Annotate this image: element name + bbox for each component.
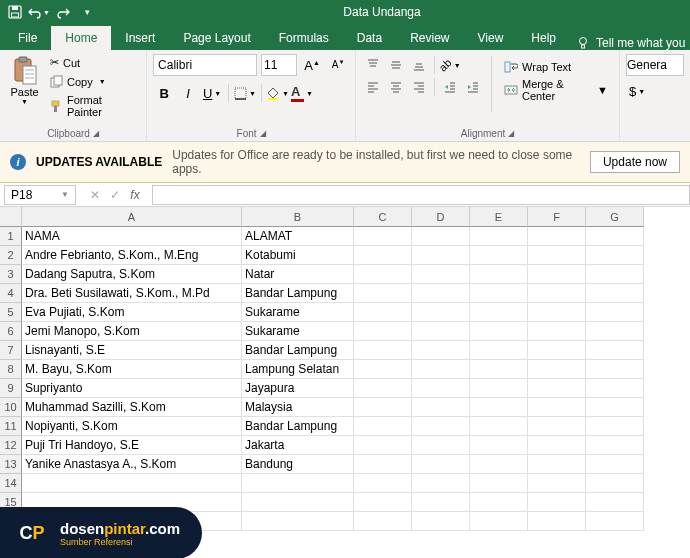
cell[interactable]: [412, 493, 470, 512]
cell[interactable]: Puji Tri Handoyo, S.E: [22, 436, 242, 455]
tab-page-layout[interactable]: Page Layout: [169, 26, 264, 50]
cell[interactable]: [412, 512, 470, 531]
cell[interactable]: [242, 512, 354, 531]
italic-button[interactable]: I: [177, 82, 199, 104]
orientation-button[interactable]: ab▼: [439, 54, 461, 76]
cancel-formula-button[interactable]: ✕: [86, 188, 104, 202]
cell[interactable]: [586, 512, 644, 531]
row-header[interactable]: 8: [0, 360, 22, 379]
cell[interactable]: Eva Pujiati, S.Kom: [22, 303, 242, 322]
cell[interactable]: Andre Febrianto, S.Kom., M.Eng: [22, 246, 242, 265]
cell[interactable]: [470, 284, 528, 303]
align-left-button[interactable]: [362, 76, 384, 98]
decrease-indent-button[interactable]: [439, 76, 461, 98]
update-now-button[interactable]: Update now: [590, 151, 680, 173]
cell[interactable]: [412, 360, 470, 379]
cell[interactable]: Bandung: [242, 455, 354, 474]
insert-function-button[interactable]: fx: [126, 188, 144, 202]
fill-color-button[interactable]: ▼: [267, 82, 289, 104]
cell[interactable]: [412, 455, 470, 474]
cell[interactable]: [586, 227, 644, 246]
cell[interactable]: Bandar Lampung: [242, 284, 354, 303]
cell[interactable]: [586, 303, 644, 322]
row-header[interactable]: 10: [0, 398, 22, 417]
increase-indent-button[interactable]: [462, 76, 484, 98]
tell-me[interactable]: Tell me what you: [576, 36, 685, 50]
cell[interactable]: [586, 474, 644, 493]
tab-file[interactable]: File: [4, 26, 51, 50]
cell[interactable]: [354, 493, 412, 512]
cell[interactable]: Supriyanto: [22, 379, 242, 398]
cell[interactable]: ALAMAT: [242, 227, 354, 246]
tab-review[interactable]: Review: [396, 26, 463, 50]
tab-home[interactable]: Home: [51, 26, 111, 50]
row-header[interactable]: 9: [0, 379, 22, 398]
cell[interactable]: [470, 455, 528, 474]
cell[interactable]: [470, 398, 528, 417]
cell[interactable]: [470, 303, 528, 322]
bold-button[interactable]: B: [153, 82, 175, 104]
row-header[interactable]: 6: [0, 322, 22, 341]
cell[interactable]: [412, 436, 470, 455]
cell[interactable]: [586, 341, 644, 360]
cell[interactable]: [354, 246, 412, 265]
cell[interactable]: [354, 360, 412, 379]
cell[interactable]: [354, 417, 412, 436]
cell[interactable]: [586, 455, 644, 474]
cell[interactable]: Bandar Lampung: [242, 341, 354, 360]
cell[interactable]: [412, 303, 470, 322]
column-header[interactable]: E: [470, 207, 528, 227]
cell[interactable]: [354, 265, 412, 284]
align-right-button[interactable]: [408, 76, 430, 98]
font-color-button[interactable]: A▼: [291, 82, 313, 104]
cell[interactable]: [470, 512, 528, 531]
row-header[interactable]: 4: [0, 284, 22, 303]
cell[interactable]: [528, 455, 586, 474]
cell[interactable]: [412, 227, 470, 246]
undo-button[interactable]: ▼: [28, 2, 50, 22]
cell[interactable]: [354, 322, 412, 341]
paste-button[interactable]: Paste ▼: [6, 54, 43, 107]
cell[interactable]: [528, 284, 586, 303]
row-header[interactable]: 5: [0, 303, 22, 322]
cell[interactable]: [470, 265, 528, 284]
cell[interactable]: [412, 417, 470, 436]
cell[interactable]: [470, 341, 528, 360]
cell[interactable]: Sukarame: [242, 303, 354, 322]
cell[interactable]: [528, 360, 586, 379]
decrease-font-button[interactable]: A▼: [327, 54, 349, 76]
tab-help[interactable]: Help: [517, 26, 570, 50]
cell[interactable]: [354, 341, 412, 360]
row-header[interactable]: 1: [0, 227, 22, 246]
cell[interactable]: [528, 341, 586, 360]
cell[interactable]: Natar: [242, 265, 354, 284]
cell[interactable]: Jemi Manopo, S.Kom: [22, 322, 242, 341]
cell[interactable]: [528, 303, 586, 322]
cell[interactable]: [470, 360, 528, 379]
borders-button[interactable]: ▼: [234, 82, 256, 104]
cell[interactable]: [470, 493, 528, 512]
cell[interactable]: [586, 417, 644, 436]
align-bottom-button[interactable]: [408, 54, 430, 76]
row-header[interactable]: 13: [0, 455, 22, 474]
cell[interactable]: Jakarta: [242, 436, 354, 455]
cell[interactable]: [528, 436, 586, 455]
column-header[interactable]: B: [242, 207, 354, 227]
customize-qat-button[interactable]: ▾: [76, 2, 98, 22]
tab-data[interactable]: Data: [343, 26, 396, 50]
cell[interactable]: [22, 474, 242, 493]
cell[interactable]: [412, 341, 470, 360]
align-top-button[interactable]: [362, 54, 384, 76]
cell[interactable]: Lampung Selatan: [242, 360, 354, 379]
cell[interactable]: [528, 493, 586, 512]
cell[interactable]: [528, 512, 586, 531]
cell[interactable]: [354, 303, 412, 322]
cell[interactable]: [586, 493, 644, 512]
row-header[interactable]: 2: [0, 246, 22, 265]
cell[interactable]: [354, 379, 412, 398]
cell[interactable]: [470, 379, 528, 398]
cell[interactable]: [528, 417, 586, 436]
row-header[interactable]: 14: [0, 474, 22, 493]
enter-formula-button[interactable]: ✓: [106, 188, 124, 202]
cell[interactable]: NAMA: [22, 227, 242, 246]
